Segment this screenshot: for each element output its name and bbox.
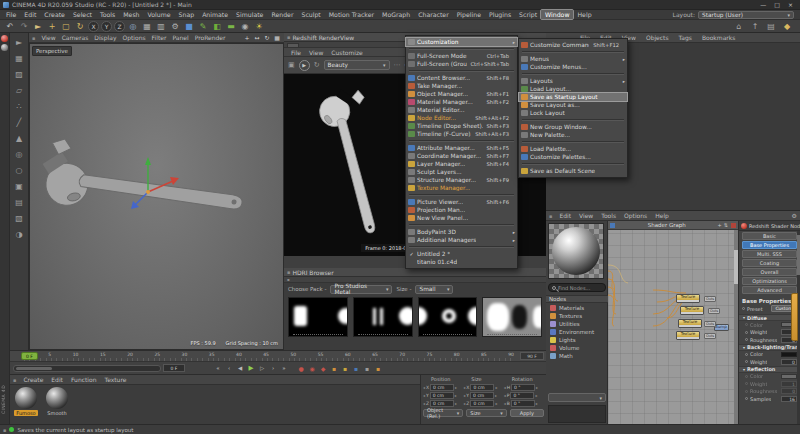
coordinate-input[interactable]: 0 cm: [470, 384, 494, 391]
node-category[interactable]: Textures: [546, 312, 608, 320]
palette-filter-dropdown[interactable]: ▾: [548, 393, 606, 402]
move-tool-icon[interactable]: +: [46, 20, 58, 32]
attribute-section-tab[interactable]: Basic: [742, 232, 797, 240]
shader-ball-icon[interactable]: [1, 44, 8, 51]
coordinate-input[interactable]: 0 cm: [430, 384, 454, 391]
menu-item[interactable]: Simulate: [232, 10, 267, 19]
hdri-thumbnail[interactable]: [288, 297, 348, 337]
size-mode-dropdown[interactable]: Size ▾: [466, 409, 506, 417]
menu-item[interactable]: MoGraph: [378, 10, 414, 19]
find-nodes-input[interactable]: Find Nodes...: [548, 283, 606, 292]
key-rotation-toggle[interactable]: ▪: [351, 363, 361, 373]
home-icon[interactable]: ⌂: [733, 20, 745, 32]
renderview-menu-item[interactable]: View: [305, 48, 327, 57]
pan-view-icon[interactable]: +: [243, 34, 251, 41]
wrench-model[interactable]: [30, 44, 283, 349]
minimize-button[interactable]: —: [760, 1, 766, 9]
material-preview[interactable]: [548, 223, 604, 279]
node-category[interactable]: Environment: [546, 328, 608, 336]
refresh-icon[interactable]: ↻: [314, 61, 320, 69]
property-value[interactable]: 0: [781, 359, 797, 365]
hdri-thumbnail[interactable]: [418, 297, 478, 337]
window-menu-entry[interactable]: Material Editor...: [406, 106, 517, 114]
color-swatch[interactable]: [781, 352, 797, 357]
axis-mode-icon[interactable]: ◎: [12, 147, 27, 161]
next-key-button[interactable]: ›: [268, 363, 278, 373]
node-output-chip[interactable]: Outs: [704, 333, 716, 339]
panel-grip-icon[interactable]: ▪: [32, 35, 35, 41]
decrement-arrow[interactable]: ◂: [504, 401, 506, 406]
options-button[interactable]: ⋯: [394, 61, 401, 69]
panel-grip-icon[interactable]: ▪: [287, 269, 290, 275]
size-dropdown[interactable]: Small ▾: [415, 285, 453, 294]
material-ball-icon[interactable]: [1, 35, 8, 42]
hdri-thumbnail[interactable]: [353, 297, 413, 337]
record-button[interactable]: ●: [296, 363, 306, 373]
increment-arrow[interactable]: ▸: [535, 393, 537, 398]
coordinate-input[interactable]: 0 cm: [430, 392, 454, 399]
snap-icon[interactable]: ▣: [12, 179, 27, 193]
graph-node[interactable]: Bump Map: [714, 324, 729, 331]
viewport-canvas[interactable]: Perspective FPS : 59.9 Grid Spacing : 10…: [29, 43, 284, 350]
rotate-tool-icon[interactable]: ↻: [74, 20, 86, 32]
add-camera-icon[interactable]: ◉: [239, 20, 251, 32]
window-menu-entry[interactable]: Texture Manager...: [406, 184, 517, 192]
texture-mode-icon[interactable]: ▨: [12, 67, 27, 81]
attribute-section-tab[interactable]: Base Properties: [742, 241, 797, 249]
window-menu-entry[interactable]: Customization ▸: [406, 38, 517, 46]
window-menu-entry[interactable]: [409, 140, 514, 142]
customization-menu-entry[interactable]: Save Layout as...: [519, 101, 627, 109]
object-manager-menu-item[interactable]: Tags: [675, 33, 696, 42]
solo-mode-icon[interactable]: ○: [12, 163, 27, 177]
camera-label[interactable]: Perspective: [32, 46, 72, 56]
panel-grip-icon[interactable]: ▪: [549, 213, 552, 219]
customization-menu-entry[interactable]: Customize Palettes...: [519, 153, 627, 161]
polygons-mode-icon[interactable]: ▲: [12, 131, 27, 145]
points-mode-icon[interactable]: ∴: [12, 99, 27, 113]
property-row[interactable]: Weight 0: [739, 358, 800, 366]
next-frame-button[interactable]: ▷: [257, 363, 267, 373]
playhead[interactable]: 0 F: [21, 352, 38, 360]
add-floor-icon[interactable]: ▬: [225, 20, 237, 32]
viewport-menu-item[interactable]: Filter: [149, 33, 170, 42]
panel-grip-icon[interactable]: ▪: [13, 377, 16, 383]
property-row[interactable]: Weight 1: [739, 380, 800, 388]
material-item[interactable]: Fumoso: [13, 387, 39, 416]
property-row[interactable]: Color: [739, 351, 800, 359]
add-spline-icon[interactable]: ✎: [197, 20, 209, 32]
timeline-ruler[interactable]: 051015202530354045505560657075808590 0 F…: [10, 351, 546, 362]
customization-menu-entry[interactable]: New Group Window...: [519, 123, 627, 131]
window-menu-entry[interactable]: New View Panel...: [406, 214, 517, 222]
selection-mode-icon[interactable]: ►: [12, 35, 27, 49]
node-category[interactable]: Materials: [546, 304, 608, 312]
decrement-arrow[interactable]: ◂: [423, 393, 425, 398]
increment-arrow[interactable]: ▸: [536, 401, 538, 406]
grid-snap-icon[interactable]: ▤: [12, 195, 27, 209]
window-menu-entry[interactable]: Picture Viewer... Shift+F6: [406, 198, 517, 206]
node-category[interactable]: Volume: [546, 344, 608, 352]
material-menu-item[interactable]: Texture: [100, 375, 130, 384]
menu-item[interactable]: File: [2, 10, 20, 19]
palette-icon[interactable]: ◆: [781, 20, 793, 32]
decrement-arrow[interactable]: ◂: [463, 401, 465, 406]
graph-node[interactable]: Texture: [680, 306, 704, 315]
material-preview-sphere[interactable]: [15, 387, 37, 409]
object-manager-menu-item[interactable]: Bookmarks: [698, 33, 740, 42]
keyframe-selection-button[interactable]: ◆: [318, 363, 328, 373]
autokey-button[interactable]: ◉: [307, 363, 317, 373]
shader-menu-item[interactable]: Help: [651, 211, 673, 220]
customization-menu-entry[interactable]: [522, 119, 624, 121]
renderview-menu-item[interactable]: Customize: [327, 48, 367, 57]
window-menu-entry[interactable]: Content Browser... Shift+F8: [406, 74, 517, 82]
model-mode-icon[interactable]: ▦: [12, 51, 27, 65]
decrement-arrow[interactable]: ◂: [504, 393, 506, 398]
play-button[interactable]: ▶: [246, 363, 256, 373]
material-item[interactable]: Smooth: [44, 387, 70, 416]
window-menu-entry[interactable]: Attribute Manager... Shift+F5: [406, 144, 517, 152]
mode-dropdown[interactable]: Object (Rel.) ▾: [423, 409, 463, 417]
customization-menu-entry[interactable]: Lock Layout: [519, 109, 627, 117]
window-menu-entry[interactable]: titanio 01.c4d: [406, 258, 517, 266]
render-view-icon[interactable]: ▦: [141, 20, 153, 32]
window-menu-entry[interactable]: Projection Man...: [406, 206, 517, 214]
window-menu-entry[interactable]: Material Manager... Shift+F2: [406, 98, 517, 106]
